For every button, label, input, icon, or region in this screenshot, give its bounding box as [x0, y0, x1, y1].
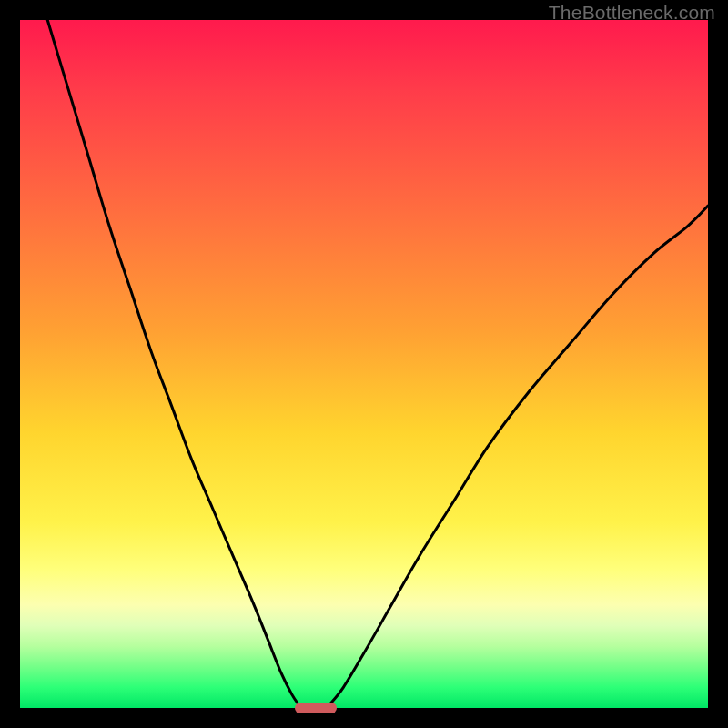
bottleneck-curve: [20, 20, 708, 708]
plot-area: [20, 20, 708, 708]
watermark-text: TheBottleneck.com: [549, 2, 715, 24]
optimal-range-marker: [295, 703, 336, 713]
curve-right-branch: [329, 206, 708, 704]
chart-frame: TheBottleneck.com: [0, 0, 728, 728]
curve-left-branch: [47, 20, 298, 704]
